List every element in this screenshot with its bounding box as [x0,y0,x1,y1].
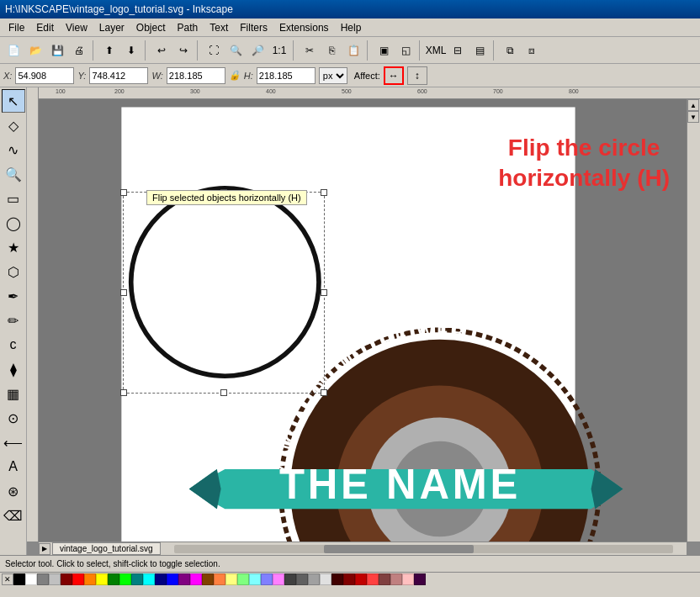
handle-mr[interactable] [321,289,327,296]
tool-pen[interactable]: ✒ [2,284,25,308]
color-swatch[interactable] [390,573,402,585]
color-swatch[interactable] [284,573,296,585]
zoom-out-button[interactable]: 🔎 [247,40,268,61]
no-color-btn[interactable]: ✕ [2,573,13,585]
menu-item-extensions[interactable]: Extensions [274,21,334,34]
color-swatch[interactable] [72,573,84,585]
tool-eraser[interactable]: ⌫ [2,504,25,527]
affect-btn2[interactable]: ↕ [407,66,427,85]
tab-file[interactable]: vintage_logo_tutorial.svg [52,542,161,555]
color-swatch[interactable] [237,573,249,585]
menu-item-layer[interactable]: Layer [94,21,130,34]
w-input[interactable] [167,67,225,84]
color-swatch[interactable] [49,573,61,585]
fill-button[interactable]: ▣ [374,40,394,61]
align-button[interactable]: ⊟ [448,40,468,61]
color-swatch[interactable] [273,573,284,585]
tool-rect[interactable]: ▭ [2,187,25,210]
handle-tl[interactable] [120,189,127,196]
color-swatch[interactable] [402,573,414,585]
layers-button[interactable]: ▤ [469,40,490,61]
expand-btn[interactable]: ▶ [39,543,50,555]
tool-ellipse[interactable]: ◯ [2,211,25,235]
copy-button[interactable]: ⎘ [321,40,342,61]
tool-gradient[interactable]: ▦ [2,382,25,405]
color-swatch[interactable] [414,573,426,585]
zoom100-button[interactable]: 1:1 [269,40,289,61]
color-swatch[interactable] [249,573,261,585]
menu-item-edit[interactable]: Edit [31,21,59,34]
stroke-button[interactable]: ◱ [395,40,416,61]
color-swatch[interactable] [108,573,119,585]
color-swatch[interactable] [296,573,308,585]
h-scroll-thumb[interactable] [324,545,474,553]
color-swatch[interactable] [155,573,167,585]
handle-br[interactable] [321,389,327,396]
tool-pencil[interactable]: ✏ [2,309,25,332]
tool-node[interactable]: ◇ [2,114,25,137]
color-swatch[interactable] [367,573,379,585]
handle-tr[interactable] [321,189,327,196]
unit-select[interactable]: px [319,67,347,84]
tool-select[interactable]: ↖ [2,89,25,113]
color-swatch[interactable] [131,573,143,585]
handle-bm[interactable] [220,389,227,396]
tool-star[interactable]: ★ [2,235,25,259]
color-swatch[interactable] [202,573,214,585]
tool-connector[interactable]: ⟵ [2,431,25,454]
tool-tweak[interactable]: ∿ [2,138,25,161]
save-button[interactable]: 💾 [47,40,67,61]
menu-item-text[interactable]: Text [204,21,233,34]
handle-ml[interactable] [120,289,127,296]
color-swatch[interactable] [214,573,225,585]
tool-text-tool[interactable]: A [2,455,25,478]
tool-bucket[interactable]: ⧫ [2,357,25,381]
h-input[interactable] [257,67,316,84]
scroll-down-btn[interactable]: ▼ [687,111,699,123]
scrollbar-bottom[interactable]: ▶ vintage_logo_tutorial.svg [39,542,687,555]
color-swatch[interactable] [167,573,178,585]
color-swatch[interactable] [320,573,331,585]
h-scroll-track[interactable] [174,545,673,553]
color-swatch[interactable] [25,573,37,585]
menu-item-help[interactable]: Help [336,21,367,34]
color-swatch[interactable] [331,573,343,585]
tool-zoom-tool[interactable]: 🔍 [2,162,25,186]
scroll-up-btn[interactable]: ▲ [687,99,699,111]
print-button[interactable]: 🖨 [69,40,89,61]
color-swatch[interactable] [379,573,390,585]
menu-item-view[interactable]: View [61,21,93,34]
selection-box[interactable] [123,192,325,394]
color-swatch[interactable] [84,573,96,585]
color-swatch[interactable] [343,573,355,585]
tool-3d-box[interactable]: ⬡ [2,260,25,283]
new-button[interactable]: 📄 [3,40,24,61]
group-button[interactable]: ⧉ [500,40,520,61]
cut-button[interactable]: ✂ [300,40,320,61]
color-swatch[interactable] [355,573,367,585]
scrollbar-right[interactable]: ▲ ▼ [687,99,700,542]
color-swatch[interactable] [61,573,72,585]
import-button[interactable]: ⬆ [99,40,119,61]
color-swatch[interactable] [143,573,155,585]
zoom-fit-button[interactable]: ⛶ [204,40,224,61]
menu-item-file[interactable]: File [3,21,29,34]
menu-item-path[interactable]: Path [172,21,204,34]
paste-button[interactable]: 📋 [343,40,363,61]
menu-item-object[interactable]: Object [131,21,171,34]
color-swatch[interactable] [37,573,49,585]
open-button[interactable]: 📂 [25,40,45,61]
undo-button[interactable]: ↩ [151,40,172,61]
ungroup-button[interactable]: ⧈ [522,40,542,61]
menu-item-filters[interactable]: Filters [235,21,273,34]
color-swatch[interactable] [308,573,320,585]
y-input[interactable] [89,67,148,84]
color-swatch[interactable] [96,573,108,585]
zoom-in-button[interactable]: 🔍 [225,40,246,61]
color-swatch[interactable] [190,573,202,585]
color-swatch[interactable] [261,573,273,585]
export-button[interactable]: ⬇ [121,40,141,61]
color-swatch[interactable] [178,573,190,585]
color-swatch[interactable] [13,573,25,585]
canvas[interactable]: HANG AROUND THE WEB SINCE 2016 THE NAME [39,99,687,542]
